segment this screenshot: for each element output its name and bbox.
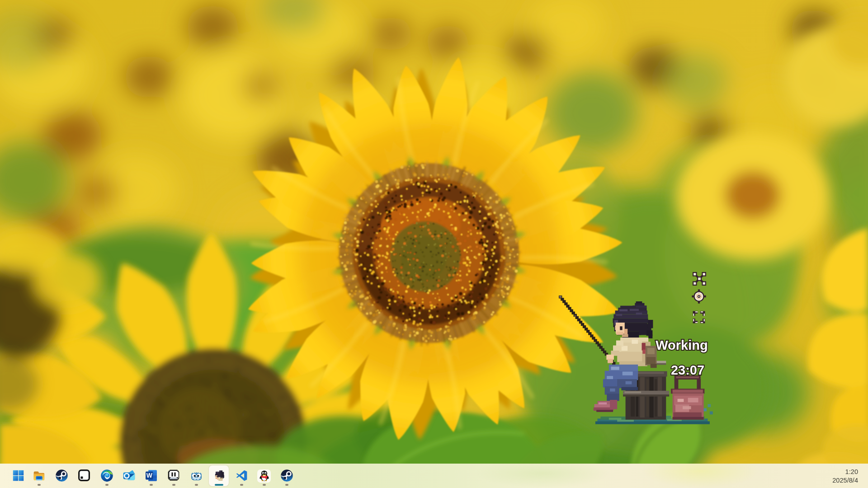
svg-text:23:07: 23:07 (671, 363, 704, 377)
svg-text:W: W (146, 472, 152, 479)
svg-text:Working: Working (656, 338, 708, 352)
